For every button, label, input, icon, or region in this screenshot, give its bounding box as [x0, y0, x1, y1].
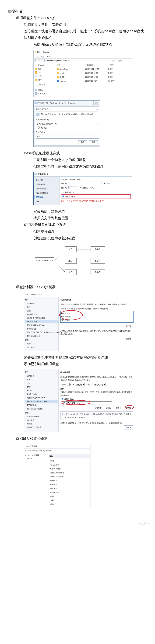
add-button[interactable]: 添加(D) [124, 324, 133, 328]
action-view[interactable]: 查看 [49, 498, 90, 502]
browse-button[interactable]: 浏览(B)... [103, 182, 112, 185]
input-size[interactable] [68, 186, 78, 189]
select-position[interactable]: 2 (使用中) [93, 383, 106, 386]
tree-item[interactable]: 检查点 [25, 422, 58, 426]
remove-button[interactable]: 移除(R) [124, 426, 133, 430]
radio-dynamic[interactable]: 动态扩展(D) [61, 195, 130, 198]
col-name[interactable]: 名称 [56, 63, 86, 67]
tree-cdrive[interactable]: 本地磁盘 (C:) [34, 92, 55, 96]
tree-item[interactable]: 处理器 1 个虚拟处理器 [25, 316, 58, 320]
tree-item[interactable]: 处理器 [25, 389, 58, 392]
action-stop[interactable]: 停止服务 [49, 486, 90, 490]
nav-fwd-icon[interactable]: → [38, 59, 40, 62]
crumb-search[interactable]: 搜索 [94, 101, 99, 105]
tree-item[interactable]: 添加硬件 [25, 302, 58, 305]
crumb[interactable]: 本地磁盘 (C:) [38, 101, 48, 105]
tree-documents[interactable]: 文档 [34, 74, 55, 78]
action-vsan[interactable]: 虚拟 SAN 管理器... [49, 474, 90, 478]
tree-quickaccess[interactable]: ★快速访问 [34, 64, 55, 67]
new-button[interactable]: 新建(N) [94, 406, 103, 410]
action-vswitch[interactable]: 虚拟交换机管理器... [49, 471, 90, 475]
nav-back-icon[interactable]: ← [34, 59, 37, 62]
hvmgr-root[interactable]: 🖥 Hyper-V 管理器 [25, 454, 47, 457]
tree-item[interactable]: 安全 [25, 309, 58, 312]
action-edit-disk[interactable]: 编辑磁盘... [49, 478, 90, 482]
tree-item[interactable]: 集成服务 [25, 346, 58, 349]
crumb[interactable]: Sysprep [68, 101, 75, 105]
hvmgr-host[interactable]: ▸ WIN11 [25, 457, 47, 460]
crumb[interactable]: System32 [58, 101, 66, 105]
tree-downloads[interactable]: 下载 [34, 71, 55, 74]
action-help[interactable]: 帮助 [49, 502, 90, 506]
radio-fixed[interactable]: 固定大小(F) [61, 190, 130, 194]
action-refresh[interactable]: 刷新 [49, 494, 90, 498]
tree-item[interactable]: 内存 4096 MB [25, 312, 58, 316]
tree-item-scsi[interactable]: SCSI 控制器 [25, 320, 58, 324]
cancel-button[interactable]: 取消 [89, 140, 98, 144]
select-cleanup[interactable]: 进入系统全新体验(OOBE)▾ [36, 122, 99, 126]
step-current[interactable]: 配置磁盘 [34, 195, 58, 199]
tree-thispc[interactable]: 此电脑 [34, 88, 55, 92]
tree-item[interactable]: 添加硬件 [25, 374, 58, 378]
tab-home[interactable]: 主页 [35, 55, 39, 58]
nav-up-icon[interactable]: ↑ [41, 59, 44, 62]
line-sealed: 系统的base盘必须为"封装状态"，无系统的SID状态 [8, 41, 147, 48]
remove-button[interactable]: 移除(R) [124, 337, 133, 341]
select-controller[interactable]: SCSI 控制器 [70, 383, 85, 386]
inspect-button[interactable]: 检查(I) [114, 406, 123, 410]
tree-item[interactable]: 硬盘驱动器 win10.vhdx [25, 396, 58, 400]
search-input[interactable] [111, 59, 131, 62]
checkbox-generalize[interactable]: 通用(G) [37, 127, 47, 129]
action-settings[interactable]: Hyper-V 设置... [49, 467, 90, 471]
tree-item[interactable]: 网络适配器 LAN [25, 334, 58, 338]
ok-button[interactable]: 确定 [78, 140, 87, 144]
action-new[interactable]: 新建 [49, 459, 90, 463]
tree-item[interactable]: DVD 驱动器 [25, 403, 58, 407]
tree-item[interactable]: 安全 [25, 382, 58, 385]
step[interactable]: 选择磁盘格式 [34, 182, 58, 186]
tree-item[interactable]: 网络适配器 內网测试 [25, 407, 58, 410]
tree-item-selected[interactable]: 硬盘驱动器 Win1021.vhdx [25, 400, 58, 403]
tab-share[interactable]: 共享 [41, 55, 44, 58]
close-icon[interactable]: ✕ [96, 108, 98, 111]
step[interactable]: 开始之前 [34, 178, 58, 182]
file-row[interactable]: zh-CN2018/4/12 23:35文件夹 [56, 75, 132, 79]
file-row[interactable]: en-US2018/4/12 23:33文件夹 [56, 71, 132, 75]
tree-item[interactable]: 智能分页文件位置 [25, 426, 58, 429]
tree-item[interactable]: 固件 [25, 305, 58, 309]
menu-action[interactable]: 操作(A) [32, 449, 38, 452]
input-name[interactable] [69, 178, 102, 181]
tree-item[interactable]: 内存 [25, 385, 58, 389]
col-date[interactable]: 修改日期 [86, 63, 110, 67]
edit-button[interactable]: 编辑(E) [104, 406, 113, 410]
step[interactable]: 摘要 [34, 199, 58, 204]
tree-onedrive[interactable]: ☁OneDrive [34, 83, 55, 87]
svg-point-21 [125, 405, 134, 409]
action-inspect-disk[interactable]: 检查磁盘... [49, 482, 90, 486]
menu-help[interactable]: 帮助(H) [46, 449, 52, 452]
action-import[interactable]: 导入虚拟机... [49, 463, 90, 467]
tree-item[interactable]: 硬盘驱动器 win10.vhdx [25, 324, 58, 327]
tree-item[interactable]: 集成服务 [25, 418, 58, 422]
file-row[interactable]: sysprep2018/4/12 7:34应用程序 [56, 79, 132, 83]
drive-type-listbox[interactable]: 硬盘驱动器 DVD 驱动器 共享驱动器 [60, 311, 133, 323]
col-type[interactable]: 类型 [110, 63, 120, 67]
tree-item[interactable]: DVD 驱动器 SW_DVD_Win_Pro_10_business_editi… [25, 327, 58, 334]
tree-pictures[interactable]: 图片 [34, 78, 55, 82]
file-row[interactable]: ActionFiles2018/10/17 17:03文件夹 [56, 67, 132, 71]
tree-desktop[interactable]: 桌面 [34, 67, 55, 71]
crumb[interactable]: Windows [50, 101, 57, 105]
select-shutdown[interactable]: 关机▾ [36, 134, 99, 138]
tab-view[interactable]: 查看 [47, 55, 50, 58]
tree-item[interactable]: 名称 [25, 342, 58, 346]
action-remove[interactable]: 删除服务器 [49, 490, 90, 494]
tree-item[interactable]: 名称 windows10 [25, 415, 58, 418]
tree-item[interactable]: 固件 [25, 378, 58, 382]
step[interactable]: 指定名称和位置 [34, 191, 58, 195]
tree-item[interactable]: SCSI 控制器 [25, 392, 58, 396]
step[interactable]: 选择磁盘类型 [34, 186, 58, 191]
menu-view[interactable]: 查看(V) [39, 449, 45, 452]
input-loc[interactable] [68, 182, 102, 185]
address-input[interactable] [44, 59, 110, 62]
menu-file[interactable]: 文件(F) [25, 449, 31, 452]
